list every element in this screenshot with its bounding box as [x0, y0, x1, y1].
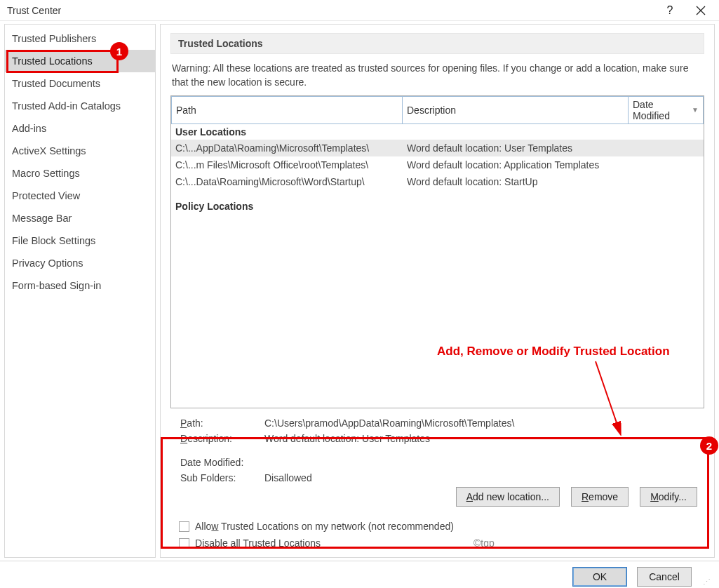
remove-button[interactable]: Remove [571, 487, 629, 507]
table-row[interactable]: C:\...m Files\Microsoft Office\root\Temp… [171, 156, 704, 173]
cell-description: Word default location: StartUp [403, 175, 629, 189]
sidebar-item-privacy-options[interactable]: Privacy Options [5, 252, 155, 274]
cell-date [629, 158, 704, 172]
detail-path-value: C:\Users\pramod\AppData\Roaming\Microsof… [264, 417, 514, 429]
allow-network-checkbox[interactable] [179, 521, 189, 532]
window-controls: ? [663, 4, 713, 18]
sort-descending-icon: ▼ [692, 106, 699, 114]
sidebar-item-add-ins[interactable]: Add-ins [5, 117, 155, 140]
content-panel: Trusted Locations Warning: All these loc… [160, 24, 715, 558]
close-icon[interactable] [694, 4, 708, 18]
watermark: ©tgp [473, 537, 495, 549]
sidebar-item-trusted-addin-catalogs[interactable]: Trusted Add-in Catalogs [5, 95, 155, 117]
window-title: Trust Center [7, 5, 61, 16]
main: Trusted Publishers Trusted Locations Tru… [0, 21, 719, 561]
col-header-description[interactable]: Description [403, 96, 629, 123]
table-header: Path Description Date Modified ▼ [171, 96, 704, 124]
dialog-footer: OK Cancel ⋰ [0, 561, 719, 588]
table-row[interactable]: C:\...AppData\Roaming\Microsoft\Template… [171, 140, 704, 156]
sidebar: Trusted Publishers Trusted Locations Tru… [4, 24, 156, 558]
sidebar-item-protected-view[interactable]: Protected View [5, 185, 155, 207]
detail-subfolders-label: Sub Folders: [180, 472, 264, 483]
cell-date [629, 141, 704, 155]
table-row[interactable]: C:\...Data\Roaming\Microsoft\Word\Startu… [171, 173, 704, 190]
action-buttons: Add new location... Remove Modify... [170, 486, 704, 514]
col-header-date-modified[interactable]: Date Modified ▼ [629, 96, 704, 123]
detail-path-label: Path: [180, 417, 264, 429]
cell-path: C:\...Data\Roaming\Microsoft\Word\Startu… [171, 175, 403, 189]
resize-grip-icon[interactable]: ⋰ [701, 577, 711, 587]
cancel-button[interactable]: Cancel [637, 567, 692, 587]
details-panel: Path: C:\Users\pramod\AppData\Roaming\Mi… [170, 408, 704, 486]
disable-all-checkbox[interactable] [179, 538, 189, 549]
col-header-date-label: Date Modified [633, 99, 692, 121]
sidebar-item-activex-settings[interactable]: ActiveX Settings [5, 140, 155, 162]
ok-button[interactable]: OK [572, 567, 627, 587]
detail-date-label: Date Modified: [180, 457, 264, 468]
sidebar-item-trusted-publishers[interactable]: Trusted Publishers [5, 27, 155, 50]
help-icon[interactable]: ? [663, 4, 677, 18]
cell-path: C:\...AppData\Roaming\Microsoft\Template… [171, 141, 403, 155]
table-body: User Locations C:\...AppData\Roaming\Mic… [171, 124, 704, 408]
detail-subfolders-value: Disallowed [264, 472, 312, 483]
cell-description: Word default location: Application Templ… [403, 158, 629, 172]
disable-all-label: Disable all Trusted Locations [195, 537, 321, 549]
sidebar-item-trusted-locations[interactable]: Trusted Locations [5, 50, 155, 72]
detail-description-label: Description: [180, 433, 264, 444]
sidebar-item-form-based-sign-in[interactable]: Form-based Sign-in [5, 274, 155, 297]
cell-description: Word default location: User Templates [403, 141, 629, 155]
titlebar: Trust Center ? [0, 0, 719, 21]
group-policy-locations: Policy Locations [171, 199, 704, 214]
modify-button[interactable]: Modify... [640, 487, 697, 507]
sidebar-item-message-bar[interactable]: Message Bar [5, 207, 155, 229]
section-title: Trusted Locations [170, 33, 704, 54]
section-warning-text: Warning: All these locations are treated… [170, 61, 704, 95]
cell-date [629, 175, 704, 189]
checkbox-group: Allow Trusted Locations on my network (n… [170, 514, 704, 552]
sidebar-item-macro-settings[interactable]: Macro Settings [5, 162, 155, 185]
cell-path: C:\...m Files\Microsoft Office\root\Temp… [171, 158, 403, 172]
col-header-path[interactable]: Path [171, 96, 403, 123]
add-new-location-button[interactable]: Add new location... [456, 487, 560, 507]
locations-table: Path Description Date Modified ▼ User Lo… [170, 95, 704, 408]
sidebar-item-file-block-settings[interactable]: File Block Settings [5, 229, 155, 252]
allow-network-label: Allow Trusted Locations on my network (n… [195, 521, 454, 532]
group-user-locations: User Locations [171, 124, 704, 140]
sidebar-item-trusted-documents[interactable]: Trusted Documents [5, 72, 155, 95]
detail-description-value: Word default location: User Templates [264, 433, 430, 444]
